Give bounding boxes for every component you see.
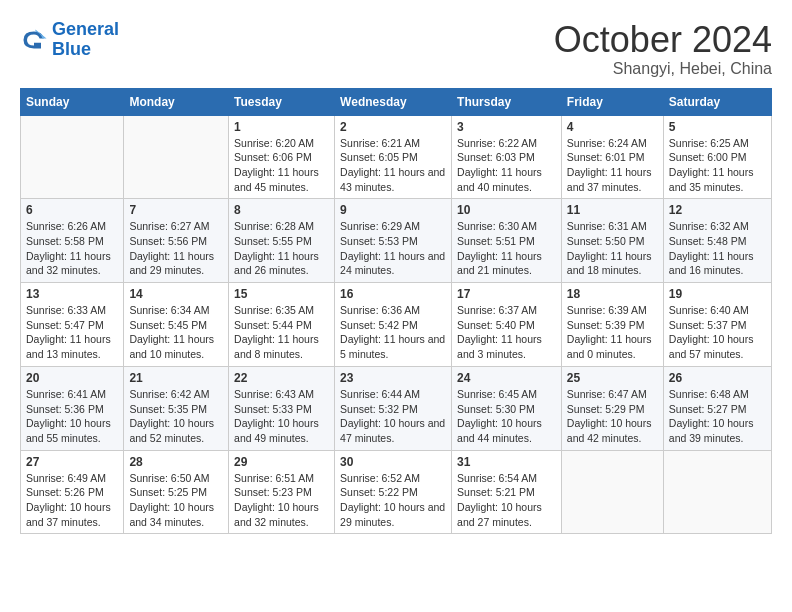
day-number: 7 xyxy=(129,203,223,217)
calendar-week-row: 6Sunrise: 6:26 AM Sunset: 5:58 PM Daylig… xyxy=(21,199,772,283)
calendar-cell: 29Sunrise: 6:51 AM Sunset: 5:23 PM Dayli… xyxy=(229,450,335,534)
month-title: October 2024 xyxy=(554,20,772,60)
day-number: 2 xyxy=(340,120,446,134)
day-info: Sunrise: 6:36 AM Sunset: 5:42 PM Dayligh… xyxy=(340,303,446,362)
day-number: 20 xyxy=(26,371,118,385)
day-info: Sunrise: 6:26 AM Sunset: 5:58 PM Dayligh… xyxy=(26,219,118,278)
day-number: 1 xyxy=(234,120,329,134)
day-number: 4 xyxy=(567,120,658,134)
calendar-cell: 1Sunrise: 6:20 AM Sunset: 6:06 PM Daylig… xyxy=(229,115,335,199)
calendar-cell: 22Sunrise: 6:43 AM Sunset: 5:33 PM Dayli… xyxy=(229,366,335,450)
calendar-cell: 25Sunrise: 6:47 AM Sunset: 5:29 PM Dayli… xyxy=(561,366,663,450)
day-number: 6 xyxy=(26,203,118,217)
calendar-cell: 26Sunrise: 6:48 AM Sunset: 5:27 PM Dayli… xyxy=(663,366,771,450)
logo-text: General Blue xyxy=(52,20,119,60)
calendar-cell: 27Sunrise: 6:49 AM Sunset: 5:26 PM Dayli… xyxy=(21,450,124,534)
day-info: Sunrise: 6:44 AM Sunset: 5:32 PM Dayligh… xyxy=(340,387,446,446)
calendar-cell xyxy=(124,115,229,199)
day-number: 26 xyxy=(669,371,766,385)
day-info: Sunrise: 6:29 AM Sunset: 5:53 PM Dayligh… xyxy=(340,219,446,278)
calendar-cell: 18Sunrise: 6:39 AM Sunset: 5:39 PM Dayli… xyxy=(561,283,663,367)
day-number: 21 xyxy=(129,371,223,385)
calendar-week-row: 13Sunrise: 6:33 AM Sunset: 5:47 PM Dayli… xyxy=(21,283,772,367)
calendar-cell: 24Sunrise: 6:45 AM Sunset: 5:30 PM Dayli… xyxy=(452,366,562,450)
day-number: 23 xyxy=(340,371,446,385)
day-info: Sunrise: 6:20 AM Sunset: 6:06 PM Dayligh… xyxy=(234,136,329,195)
day-number: 14 xyxy=(129,287,223,301)
weekday-header: Thursday xyxy=(452,88,562,115)
calendar-cell: 19Sunrise: 6:40 AM Sunset: 5:37 PM Dayli… xyxy=(663,283,771,367)
calendar-cell: 13Sunrise: 6:33 AM Sunset: 5:47 PM Dayli… xyxy=(21,283,124,367)
day-number: 15 xyxy=(234,287,329,301)
day-number: 28 xyxy=(129,455,223,469)
day-info: Sunrise: 6:22 AM Sunset: 6:03 PM Dayligh… xyxy=(457,136,556,195)
day-number: 12 xyxy=(669,203,766,217)
calendar-header-row: SundayMondayTuesdayWednesdayThursdayFrid… xyxy=(21,88,772,115)
calendar-cell: 6Sunrise: 6:26 AM Sunset: 5:58 PM Daylig… xyxy=(21,199,124,283)
day-info: Sunrise: 6:24 AM Sunset: 6:01 PM Dayligh… xyxy=(567,136,658,195)
day-number: 19 xyxy=(669,287,766,301)
calendar-cell: 21Sunrise: 6:42 AM Sunset: 5:35 PM Dayli… xyxy=(124,366,229,450)
day-number: 25 xyxy=(567,371,658,385)
calendar-week-row: 27Sunrise: 6:49 AM Sunset: 5:26 PM Dayli… xyxy=(21,450,772,534)
calendar-cell: 23Sunrise: 6:44 AM Sunset: 5:32 PM Dayli… xyxy=(335,366,452,450)
calendar-cell: 2Sunrise: 6:21 AM Sunset: 6:05 PM Daylig… xyxy=(335,115,452,199)
day-number: 22 xyxy=(234,371,329,385)
calendar-week-row: 20Sunrise: 6:41 AM Sunset: 5:36 PM Dayli… xyxy=(21,366,772,450)
page-header: General Blue October 2024 Shangyi, Hebei… xyxy=(20,20,772,78)
calendar-cell: 17Sunrise: 6:37 AM Sunset: 5:40 PM Dayli… xyxy=(452,283,562,367)
day-number: 13 xyxy=(26,287,118,301)
day-info: Sunrise: 6:50 AM Sunset: 5:25 PM Dayligh… xyxy=(129,471,223,530)
calendar-cell: 30Sunrise: 6:52 AM Sunset: 5:22 PM Dayli… xyxy=(335,450,452,534)
calendar-cell: 12Sunrise: 6:32 AM Sunset: 5:48 PM Dayli… xyxy=(663,199,771,283)
day-number: 9 xyxy=(340,203,446,217)
day-info: Sunrise: 6:42 AM Sunset: 5:35 PM Dayligh… xyxy=(129,387,223,446)
day-number: 17 xyxy=(457,287,556,301)
day-info: Sunrise: 6:27 AM Sunset: 5:56 PM Dayligh… xyxy=(129,219,223,278)
weekday-header: Wednesday xyxy=(335,88,452,115)
day-number: 29 xyxy=(234,455,329,469)
day-info: Sunrise: 6:28 AM Sunset: 5:55 PM Dayligh… xyxy=(234,219,329,278)
day-info: Sunrise: 6:48 AM Sunset: 5:27 PM Dayligh… xyxy=(669,387,766,446)
day-info: Sunrise: 6:49 AM Sunset: 5:26 PM Dayligh… xyxy=(26,471,118,530)
day-info: Sunrise: 6:40 AM Sunset: 5:37 PM Dayligh… xyxy=(669,303,766,362)
day-info: Sunrise: 6:52 AM Sunset: 5:22 PM Dayligh… xyxy=(340,471,446,530)
calendar-cell: 16Sunrise: 6:36 AM Sunset: 5:42 PM Dayli… xyxy=(335,283,452,367)
calendar-cell: 14Sunrise: 6:34 AM Sunset: 5:45 PM Dayli… xyxy=(124,283,229,367)
day-info: Sunrise: 6:43 AM Sunset: 5:33 PM Dayligh… xyxy=(234,387,329,446)
title-block: October 2024 Shangyi, Hebei, China xyxy=(554,20,772,78)
day-info: Sunrise: 6:35 AM Sunset: 5:44 PM Dayligh… xyxy=(234,303,329,362)
day-number: 30 xyxy=(340,455,446,469)
day-info: Sunrise: 6:25 AM Sunset: 6:00 PM Dayligh… xyxy=(669,136,766,195)
calendar-table: SundayMondayTuesdayWednesdayThursdayFrid… xyxy=(20,88,772,535)
location-subtitle: Shangyi, Hebei, China xyxy=(554,60,772,78)
calendar-cell: 11Sunrise: 6:31 AM Sunset: 5:50 PM Dayli… xyxy=(561,199,663,283)
calendar-cell: 28Sunrise: 6:50 AM Sunset: 5:25 PM Dayli… xyxy=(124,450,229,534)
weekday-header: Monday xyxy=(124,88,229,115)
day-number: 31 xyxy=(457,455,556,469)
day-info: Sunrise: 6:41 AM Sunset: 5:36 PM Dayligh… xyxy=(26,387,118,446)
day-info: Sunrise: 6:30 AM Sunset: 5:51 PM Dayligh… xyxy=(457,219,556,278)
day-number: 27 xyxy=(26,455,118,469)
day-info: Sunrise: 6:32 AM Sunset: 5:48 PM Dayligh… xyxy=(669,219,766,278)
weekday-header: Sunday xyxy=(21,88,124,115)
calendar-cell: 4Sunrise: 6:24 AM Sunset: 6:01 PM Daylig… xyxy=(561,115,663,199)
weekday-header: Tuesday xyxy=(229,88,335,115)
calendar-cell xyxy=(663,450,771,534)
logo: General Blue xyxy=(20,20,119,60)
day-number: 10 xyxy=(457,203,556,217)
day-info: Sunrise: 6:34 AM Sunset: 5:45 PM Dayligh… xyxy=(129,303,223,362)
day-info: Sunrise: 6:21 AM Sunset: 6:05 PM Dayligh… xyxy=(340,136,446,195)
calendar-cell: 20Sunrise: 6:41 AM Sunset: 5:36 PM Dayli… xyxy=(21,366,124,450)
day-info: Sunrise: 6:39 AM Sunset: 5:39 PM Dayligh… xyxy=(567,303,658,362)
calendar-cell: 7Sunrise: 6:27 AM Sunset: 5:56 PM Daylig… xyxy=(124,199,229,283)
weekday-header: Friday xyxy=(561,88,663,115)
day-info: Sunrise: 6:54 AM Sunset: 5:21 PM Dayligh… xyxy=(457,471,556,530)
logo-icon xyxy=(20,26,48,54)
calendar-cell: 31Sunrise: 6:54 AM Sunset: 5:21 PM Dayli… xyxy=(452,450,562,534)
day-info: Sunrise: 6:33 AM Sunset: 5:47 PM Dayligh… xyxy=(26,303,118,362)
calendar-cell xyxy=(561,450,663,534)
calendar-cell: 10Sunrise: 6:30 AM Sunset: 5:51 PM Dayli… xyxy=(452,199,562,283)
day-number: 11 xyxy=(567,203,658,217)
day-number: 3 xyxy=(457,120,556,134)
